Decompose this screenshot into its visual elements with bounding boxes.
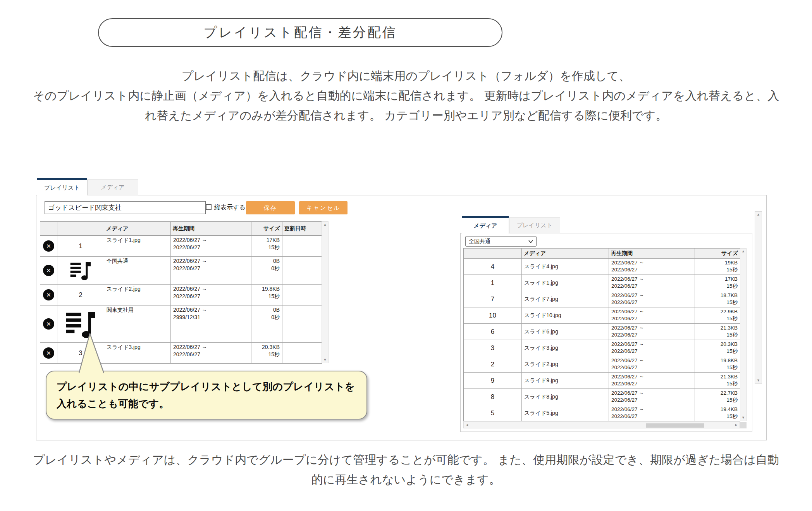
media-cell: スライド5.jpg [522, 405, 609, 421]
period-cell: 2022/06/27 ～2022/06/27 [171, 257, 251, 285]
left-tab-playlist[interactable]: プレイリスト [37, 178, 87, 196]
size-cell: 17KB15秒 [251, 236, 282, 257]
size-cell: 22.9KB15秒 [695, 307, 740, 324]
size-cell: 21.3KB15秒 [695, 373, 740, 389]
period-cell: 2022/06/27 ～2022/06/27 [609, 307, 695, 324]
table-row[interactable]: 6 スライド6.jpg 2022/06/27 ～2022/06/27 21.3K… [464, 324, 740, 340]
order-thumb-cell: 2 [57, 285, 104, 306]
delete-icon[interactable]: ✕ [43, 240, 54, 252]
column-header: 再生期間 [171, 222, 251, 236]
period-cell: 2022/06/27 ～2022/06/27 [609, 275, 695, 291]
media-cell: スライド1.jpg [522, 275, 609, 291]
callout-line-1: プレイリストの中にサブプレイリストとして別のプレイリストを [57, 378, 356, 395]
scroll-left-icon[interactable]: ◄ [465, 423, 469, 427]
callout-bubble: プレイリストの中にサブプレイリストとして別のプレイリストを 入れることも可能です… [46, 371, 367, 420]
scroll-up-icon[interactable]: ▲ [741, 250, 745, 253]
scroll-up-icon[interactable]: ▲ [323, 223, 327, 226]
order-cell: 1 [464, 275, 522, 291]
media-table: メディア再生期間サイズ 4 スライド4.jpg 2022/06/27 ～2022… [463, 248, 740, 421]
scroll-down-icon[interactable]: ▼ [323, 358, 327, 362]
scroll-right-icon[interactable]: ► [735, 423, 738, 427]
table-header-row: メディア再生期間サイズ [464, 249, 740, 259]
delete-cell: ✕ [40, 257, 57, 285]
outro-paragraph: プレイリストやメディアは、クラウド内でグループに分けて管理することが可能です。 … [0, 450, 812, 489]
size-cell: 19KB15秒 [695, 259, 740, 275]
table-row[interactable]: 10 スライド10.jpg 2022/06/27 ～2022/06/27 22.… [464, 307, 740, 324]
page-title-pill: プレイリスト配信・差分配信 [98, 18, 502, 47]
order-thumb-cell: 1 [57, 236, 104, 257]
playlist-name-input[interactable] [45, 201, 206, 214]
outro-line-2: 的に再生されないようにできます。 [311, 473, 501, 486]
size-cell: 21.3KB15秒 [695, 324, 740, 340]
updated-cell [282, 285, 322, 306]
order-cell: 9 [464, 373, 522, 389]
group-select[interactable]: 全国共通 [465, 236, 537, 247]
period-cell: 2022/06/27 ～2022/06/27 [609, 356, 695, 373]
vertical-display-checkbox[interactable] [206, 204, 212, 210]
table-row[interactable]: ✕ 2 スライド2.jpg 2022/06/27 ～2022/06/27 19.… [40, 285, 322, 306]
save-button[interactable]: 保存 [246, 201, 295, 214]
column-header: メディア [104, 222, 171, 236]
media-cell: スライド2.jpg [522, 356, 609, 373]
chevron-down-icon [528, 240, 533, 243]
delete-icon[interactable]: ✕ [43, 347, 54, 359]
panel-outer-scrollbar[interactable]: ▲ ▼ [755, 211, 762, 384]
order-cell: 6 [464, 324, 522, 340]
order-cell: 5 [464, 405, 522, 421]
column-header: メディア [522, 249, 609, 259]
order-cell: 4 [464, 259, 522, 275]
size-cell: 20.3KB15秒 [251, 343, 282, 364]
cancel-button[interactable]: キャンセル [299, 201, 348, 214]
delete-icon[interactable]: ✕ [43, 265, 54, 276]
size-cell: 22.7KB15秒 [695, 389, 740, 405]
column-header [464, 249, 522, 259]
left-tab-media[interactable]: メディア [87, 180, 138, 195]
right-tab-media[interactable]: メディア [462, 216, 509, 234]
intro-line-1: プレイリスト配信は、クラウド内に端末用のプレイリスト（フォルダ）を作成して、 [182, 69, 630, 82]
table-row[interactable]: ✕ 1 スライド1.jpg 2022/06/27 ～2022/06/27 17K… [40, 236, 322, 257]
size-cell: 19.8KB15秒 [695, 356, 740, 373]
period-cell: 2022/06/27 ～2022/06/27 [171, 285, 251, 306]
table-row[interactable]: 3 スライド3.jpg 2022/06/27 ～2022/06/27 20.3K… [464, 340, 740, 356]
delete-icon[interactable]: ✕ [43, 289, 54, 300]
scroll-down-icon[interactable]: ▼ [741, 416, 745, 420]
media-cell: スライド7.jpg [522, 291, 609, 307]
period-cell: 2022/06/27 ～2022/06/27 [171, 236, 251, 257]
period-cell: 2022/06/27 ～2022/06/27 [609, 373, 695, 389]
media-table-hscrollbar[interactable]: ◄ ► [463, 422, 740, 428]
media-cell: スライド4.jpg [522, 259, 609, 275]
table-row[interactable]: 9 スライド9.jpg 2022/06/27 ～2022/06/27 21.3K… [464, 373, 740, 389]
table-row[interactable]: 8 スライド8.jpg 2022/06/27 ～2022/06/27 22.7K… [464, 389, 740, 405]
table-row[interactable]: 1 スライド1.jpg 2022/06/27 ～2022/06/27 17KB1… [464, 275, 740, 291]
updated-cell [282, 306, 322, 343]
playlist-table-scrollbar[interactable]: ▲ ▼ [322, 221, 329, 363]
size-cell: 19.8KB15秒 [251, 285, 282, 306]
right-tab-playlist[interactable]: プレイリスト [509, 218, 560, 233]
table-header-row: メディア再生期間サイズ更新日時 [40, 222, 322, 236]
table-row[interactable]: 4 スライド4.jpg 2022/06/27 ～2022/06/27 19KB1… [464, 259, 740, 275]
updated-cell [282, 343, 322, 364]
period-cell: 2022/06/27 ～2022/06/27 [609, 405, 695, 421]
delete-icon[interactable]: ✕ [43, 318, 54, 330]
delete-cell: ✕ [40, 285, 57, 306]
updated-cell [282, 257, 322, 285]
size-cell: 20.3KB15秒 [695, 340, 740, 356]
table-row[interactable]: 5 スライド5.jpg 2022/06/27 ～2022/06/27 19.4K… [464, 405, 740, 421]
order-cell: 10 [464, 307, 522, 324]
scroll-down-icon[interactable]: ▼ [757, 379, 760, 382]
period-cell: 2022/06/27 ～2999/12/31 [171, 306, 251, 343]
callout-pointer [76, 332, 107, 374]
scroll-up-icon[interactable]: ▲ [757, 213, 760, 216]
table-row[interactable]: 7 スライド7.jpg 2022/06/27 ～2022/06/27 18.7K… [464, 291, 740, 307]
media-cell: スライド10.jpg [522, 307, 609, 324]
group-select-value: 全国共通 [469, 238, 490, 245]
media-table-vscrollbar[interactable]: ▲ ▼ [740, 248, 747, 421]
order-cell: 7 [464, 291, 522, 307]
hscroll-thumb[interactable] [646, 423, 704, 428]
order-cell: 3 [464, 340, 522, 356]
period-cell: 2022/06/27 ～2022/06/27 [609, 324, 695, 340]
table-row[interactable]: ✕ 全国共通 2022/06/27 ～2022/06/27 0B0秒 [40, 257, 322, 285]
callout-line-2: 入れることも可能です。 [57, 395, 356, 412]
table-row[interactable]: 2 スライド2.jpg 2022/06/27 ～2022/06/27 19.8K… [464, 356, 740, 373]
page-title: プレイリスト配信・差分配信 [204, 24, 397, 41]
